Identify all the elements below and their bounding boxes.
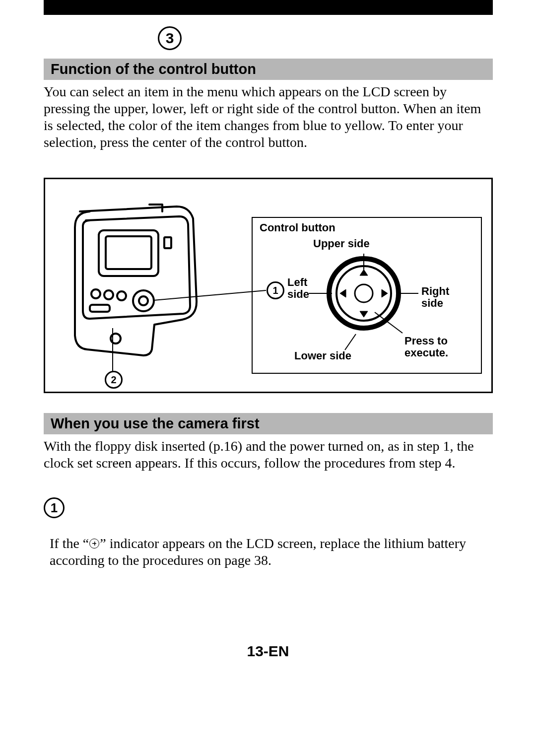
label-press: Press to execute. [404, 335, 464, 359]
section-header-function: Function of the control button [44, 59, 493, 80]
callout-2: 2 [105, 371, 123, 389]
step-number-1: 1 [44, 497, 65, 518]
header-black-bar [44, 0, 493, 15]
label-upper: Upper side [313, 238, 370, 250]
section-header-first-use: When you use the camera first [44, 413, 493, 434]
battery-indicator-icon [89, 539, 99, 549]
section2-body: With the floppy disk inserted (p.16) and… [44, 438, 493, 472]
step-number-3: 3 [158, 26, 182, 50]
label-control-button: Control button [260, 222, 335, 234]
step1-text-after: ” indicator appears on the LCD screen, r… [50, 536, 466, 568]
svg-line-22 [345, 334, 356, 350]
label-lower: Lower side [294, 350, 351, 362]
step1-body: If the “” indicator appears on the LCD s… [50, 535, 493, 569]
svg-line-10 [153, 290, 266, 300]
label-left: Left side [287, 276, 317, 300]
figure-box: 1 2 Control button Upper side Left side … [44, 178, 493, 393]
label-right: Right side [421, 285, 456, 309]
section1-body: You can select an item in the menu which… [44, 83, 493, 151]
svg-line-23 [375, 312, 402, 333]
step1-text-before: If the “ [50, 536, 89, 551]
page-number: 13-EN [0, 643, 536, 660]
